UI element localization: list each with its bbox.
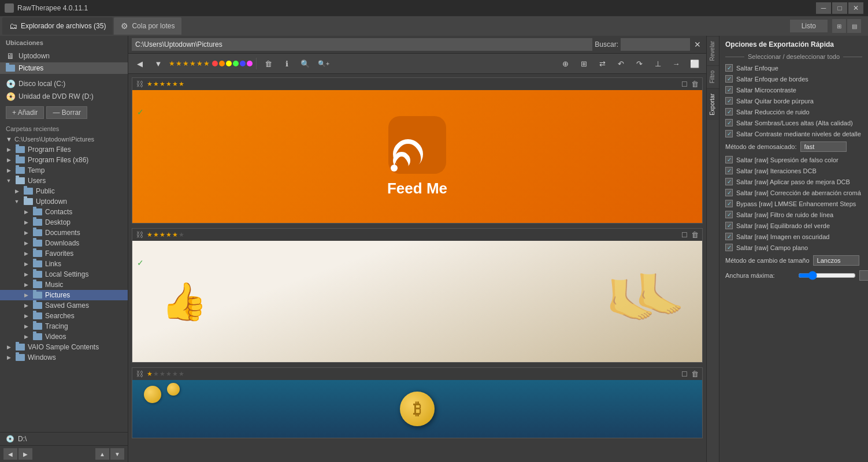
dot-red[interactable] [212,61,218,66]
tree-item-music[interactable]: ▶ Music [0,280,128,290]
flip-v-button[interactable]: ⊥ [650,56,666,71]
tree-item-program-files-x86[interactable]: ▶ Program Files (x86) [0,155,128,165]
nav-next-button[interactable]: ▶ [18,448,32,460]
layout-single-button[interactable]: ▤ [847,19,861,33]
expand-saved-games[interactable]: ▶ [22,301,30,310]
img-star-1-3[interactable]: ★ [159,80,165,88]
star-6[interactable]: ★ [203,59,210,68]
checkbox-raw-campo-plano[interactable] [725,244,733,251]
drive-d[interactable]: 💿 D:\ [0,432,128,445]
swap-tool-button[interactable]: ⇄ [594,56,610,71]
expand-users[interactable]: ▼ [5,177,13,185]
tree-item-desktop[interactable]: ▶ Desktop [0,217,128,228]
sidebar-item-dvd[interactable]: 📀 Unidad de DVD RW (D:) [0,90,128,103]
dot-yellow[interactable] [226,61,232,66]
side-tab-exportar[interactable]: Exportar [707,88,719,120]
search-input[interactable] [621,38,690,51]
checkbox-raw-iter-dcb[interactable] [725,167,733,174]
add-tool-button[interactable]: ⊕ [557,56,573,71]
checkbox-saltar-enfoque[interactable] [725,64,733,72]
images-scroll-area[interactable]: ⛓ ★ ★ ★ ★ ★ ★ ☐ 🗑 [128,74,706,462]
star-1[interactable]: ★ [169,59,175,68]
layout-grid-button[interactable]: ⊞ [832,19,846,33]
dot-purple[interactable] [247,61,253,66]
star-2[interactable]: ★ [176,59,182,68]
checkbox-contraste[interactable] [725,130,733,137]
zoom-in-button[interactable]: 🔍+ [316,56,332,71]
expand-program-files[interactable]: ▶ [5,146,13,154]
scroll-up-button[interactable]: ▲ [95,448,109,460]
trash-icon-3[interactable]: 🗑 [691,370,699,378]
feedme-thumbnail[interactable]: Feed Me [132,90,702,223]
img-star-2-4[interactable]: ★ [166,231,172,239]
expand-contacts[interactable]: ▶ [22,208,30,216]
tree-item-windows[interactable]: ▶ Windows [0,352,128,363]
checkbox-bypass-lmmse[interactable] [725,200,733,207]
expand-links[interactable]: ▶ [22,260,30,268]
checkbox-raw-paso-dcb[interactable] [725,178,733,185]
close-search-button[interactable]: ✕ [692,39,703,50]
select-all-button[interactable]: Seleccionar / deseleccionar todo [748,53,840,60]
minimize-button[interactable]: ─ [816,2,831,14]
checkbox-raw-equilibrado[interactable] [725,222,733,229]
img-star-3-5[interactable]: ★ [172,370,178,378]
expand-program-files-x86[interactable]: ▶ [5,156,13,164]
tab-file-browser[interactable]: 🗂 Explorador de archivos (35) [2,17,113,35]
tree-item-vaio[interactable]: ▶ VAIO Sample Contents [0,342,128,352]
dot-green[interactable] [233,61,239,66]
star-5[interactable]: ★ [196,59,203,68]
tree-item-documents[interactable]: ▶ Documents [0,228,128,238]
expand-temp[interactable]: ▶ [5,166,13,174]
tree-item-uptodown-folder[interactable]: ▼ Uptodown [0,196,128,207]
star-3[interactable]: ★ [183,59,189,68]
img-star-2-5[interactable]: ★ [172,231,178,239]
filter-button[interactable]: ▼ [150,56,166,71]
expand-documents[interactable]: ▶ [22,229,30,237]
frame-button[interactable]: ⬜ [687,56,703,71]
tree-item-downloads[interactable]: ▶ Downloads [0,238,128,248]
img-star-3-2[interactable]: ★ [153,370,159,378]
expand-desktop[interactable]: ▶ [22,218,30,226]
tree-item-local-settings[interactable]: ▶ Local Settings [0,269,128,280]
img-star-1-6[interactable]: ★ [179,80,184,88]
expand-music[interactable]: ▶ [22,281,30,289]
img-star-2-3[interactable]: ★ [159,231,165,239]
expand-videos[interactable]: ▶ [22,333,30,341]
tree-item-public[interactable]: ▶ Public [0,186,128,196]
max-width-input[interactable] [859,270,868,281]
tree-item-videos[interactable]: ▶ Videos [0,331,128,342]
tree-item-users[interactable]: ▼ Users [0,176,128,186]
sidebar-item-pictures[interactable]: Pictures [0,62,128,74]
tree-item-pictures-selected[interactable]: ▶ Pictures [0,290,128,300]
img-star-1-5[interactable]: ★ [172,80,178,88]
grid-tool-button[interactable]: ⊞ [576,56,592,71]
img-star-1-4[interactable]: ★ [166,80,172,88]
sidebar-item-disk-c[interactable]: 💿 Disco local (C:) [0,77,128,90]
checkbox-raw-aberracion[interactable] [725,189,733,196]
expand-searches[interactable]: ▶ [22,312,30,320]
expand-downloads[interactable]: ▶ [22,239,30,247]
zoom-out-button[interactable]: 🔍 [297,56,313,71]
dot-orange[interactable] [219,61,225,66]
checkbox-sombras-luces[interactable] [725,119,733,126]
tree-item-contacts[interactable]: ▶ Contacts [0,207,128,217]
image-2-checkbox[interactable]: ☐ [681,231,688,239]
dot-blue[interactable] [240,61,246,66]
info-button[interactable]: ℹ [279,56,295,71]
side-tab-filtro[interactable]: Filtro [707,65,719,88]
expand-favorites[interactable]: ▶ [22,249,30,258]
checkbox-reduccion-ruido[interactable] [725,108,733,116]
img-star-3-6[interactable]: ★ [179,370,184,378]
img-star-3-4[interactable]: ★ [166,370,172,378]
expand-public[interactable]: ▶ [13,187,21,195]
tree-item-tracing[interactable]: ▶ Tracing [0,321,128,331]
checkbox-raw-falso-color[interactable] [725,156,733,163]
tree-item-favorites[interactable]: ▶ Favorites [0,248,128,259]
tree-item-searches[interactable]: ▶ Searches [0,311,128,321]
checkbox-raw-oscuridad[interactable] [725,233,733,240]
rotate-cw-button[interactable]: ↷ [631,56,647,71]
close-button[interactable]: ✕ [848,2,863,14]
tree-item-saved-games[interactable]: ▶ Saved Games [0,300,128,311]
delete-button[interactable]: 🗑 [260,56,276,71]
side-tab-revelar[interactable]: Revelar [707,36,719,65]
